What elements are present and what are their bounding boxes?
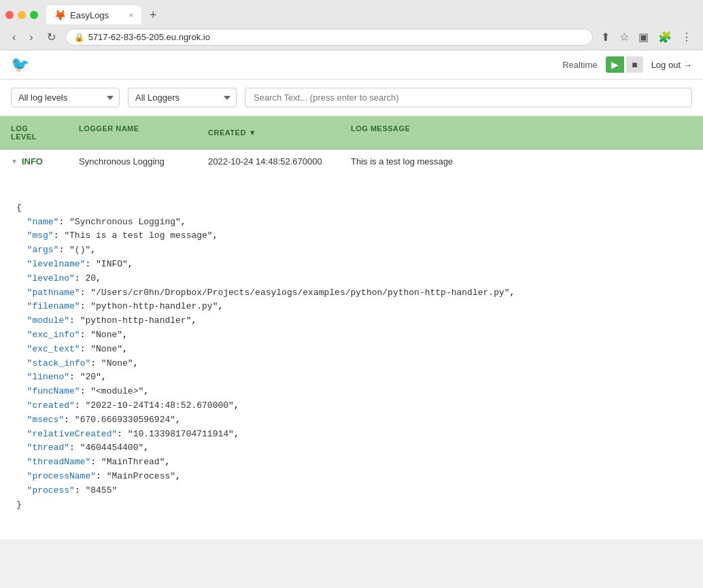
- sidebar-icon[interactable]: ▣: [636, 29, 651, 45]
- menu-icon[interactable]: ⋮: [679, 29, 695, 45]
- window-controls: [5, 11, 38, 19]
- sort-icon: ▼: [249, 128, 256, 137]
- active-tab[interactable]: 🦊 EasyLogs ×: [46, 5, 141, 24]
- realtime-label: Realtime: [562, 60, 597, 70]
- close-button[interactable]: [5, 11, 14, 19]
- th-logger-name: LOGGER NAME: [68, 116, 197, 149]
- search-input[interactable]: [245, 88, 692, 107]
- json-detail-panel: { "name": "Synchronous Logging", "msg": …: [0, 173, 703, 540]
- url-text: 5717-62-83-65-205.eu.ngrok.io: [88, 32, 210, 42]
- logger-name-cell: Synchronous Logging: [68, 150, 197, 173]
- table-header: LOGLEVEL LOGGER NAME CREATED ▼ LOG MESSA…: [0, 116, 703, 150]
- realtime-stop-button[interactable]: ■: [626, 56, 642, 73]
- share-icon[interactable]: ⬆: [598, 29, 613, 45]
- maximize-button[interactable]: [30, 11, 38, 19]
- level-badge: INFO: [22, 156, 43, 167]
- tab-favicon: 🦊: [54, 10, 66, 20]
- table-row[interactable]: ▼ INFO Synchronous Logging 2022-10-24 14…: [0, 150, 703, 173]
- logout-icon: →: [683, 60, 692, 70]
- expand-arrow-icon[interactable]: ▼: [11, 158, 18, 165]
- address-actions: ⬆ ☆ ▣ 🧩 ⋮: [598, 29, 695, 45]
- app-content: 🐦 Realtime ▶ ■ Log out → All log levels …: [0, 50, 703, 540]
- log-message-cell: This is a test log message: [340, 150, 703, 173]
- th-created-label: CREATED: [208, 128, 246, 137]
- filters-bar: All log levels All Loggers: [0, 80, 703, 116]
- th-log-message: LOG MESSAGE: [340, 116, 703, 149]
- url-bar[interactable]: 🔒 5717-62-83-65-205.eu.ngrok.io: [65, 29, 593, 46]
- forward-button[interactable]: ›: [25, 30, 37, 45]
- minimize-button[interactable]: [18, 11, 26, 19]
- log-level-select[interactable]: All log levels: [11, 88, 120, 107]
- back-button[interactable]: ‹: [8, 30, 20, 45]
- realtime-controls: ▶ ■: [606, 56, 643, 73]
- tab-close-button[interactable]: ×: [129, 11, 133, 19]
- browser-chrome: 🦊 EasyLogs × + ‹ › ↻ 🔒 5717-62-83-65-205…: [0, 0, 703, 50]
- logout-label: Log out: [651, 60, 681, 70]
- bookmark-icon[interactable]: ☆: [617, 29, 632, 45]
- reload-button[interactable]: ↻: [43, 29, 60, 45]
- loggers-select[interactable]: All Loggers: [128, 88, 237, 107]
- address-bar: ‹ › ↻ 🔒 5717-62-83-65-205.eu.ngrok.io ⬆ …: [0, 24, 703, 50]
- created-cell: 2022-10-24 14:48:52.670000: [197, 150, 340, 173]
- th-log-level: LOGLEVEL: [0, 116, 68, 149]
- app-logo: 🐦: [11, 56, 29, 73]
- extension-icon[interactable]: 🧩: [655, 29, 674, 45]
- th-created[interactable]: CREATED ▼: [197, 116, 340, 149]
- lock-icon: 🔒: [74, 33, 84, 42]
- tab-bar: 🦊 EasyLogs × +: [0, 0, 703, 24]
- realtime-play-button[interactable]: ▶: [606, 56, 624, 73]
- app-header: 🐦 Realtime ▶ ■ Log out →: [0, 50, 703, 80]
- tab-title: EasyLogs: [70, 10, 109, 20]
- logout-button[interactable]: Log out →: [651, 60, 692, 70]
- log-level-cell: ▼ INFO: [0, 150, 68, 173]
- header-right: Realtime ▶ ■ Log out →: [562, 56, 692, 73]
- new-tab-button[interactable]: +: [144, 8, 162, 22]
